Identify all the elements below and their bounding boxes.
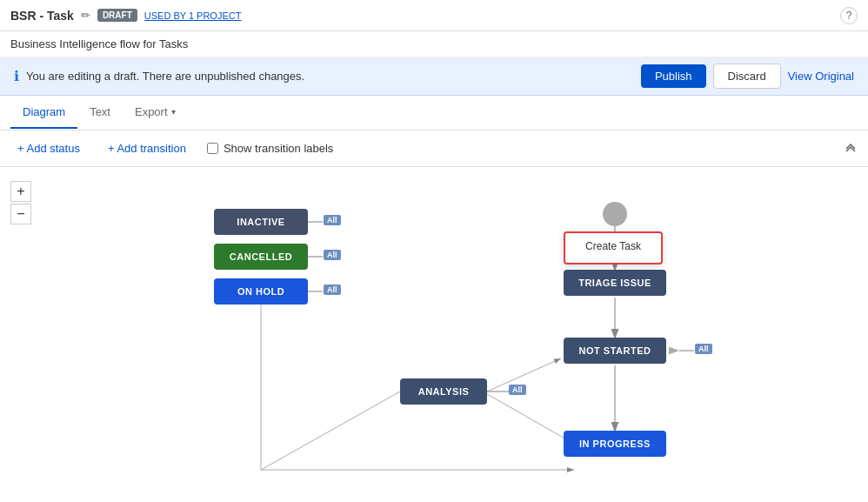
tab-export-label: Export	[135, 105, 168, 118]
show-labels-label[interactable]: Show transition labels	[224, 142, 333, 155]
node-in-progress[interactable]: IN PROGRESS	[564, 431, 666, 457]
draft-badge: DRAFT	[97, 9, 137, 22]
toolbar: + Add status + Add transition Show trans…	[0, 131, 868, 167]
node-on-hold[interactable]: ON HOLD	[214, 278, 308, 305]
zoom-in-button[interactable]: +	[10, 181, 31, 202]
svg-line-13	[483, 392, 574, 444]
used-by-link[interactable]: USED BY 1 PROJECT	[144, 10, 242, 21]
collapse-button[interactable]	[844, 140, 858, 157]
subtitle-text: Business Intelligence flow for Tasks	[10, 37, 188, 50]
discard-button[interactable]: Discard	[713, 64, 781, 89]
create-task-popup[interactable]: Create Task	[564, 231, 663, 264]
node-inactive[interactable]: INACTIVE	[214, 209, 308, 235]
top-bar: BSR - Task ✏ DRAFT USED BY 1 PROJECT ?	[0, 0, 868, 31]
subtitle: Business Intelligence flow for Tasks	[0, 31, 868, 57]
pencil-icon[interactable]: ✏	[81, 9, 90, 22]
view-original-link[interactable]: View Original	[788, 70, 854, 83]
add-status-button[interactable]: + Add status	[10, 138, 87, 158]
start-node	[603, 202, 627, 226]
all-badge-cancelled: All	[324, 250, 341, 260]
diagram-area[interactable]: + − Create Task INACTIVE All CANCELLED A…	[0, 167, 868, 502]
all-badge-not-started: All	[695, 344, 712, 354]
notif-actions: Publish Discard View Original	[641, 64, 854, 89]
notif-text: You are editing a draft. There are unpub…	[26, 70, 304, 83]
node-cancelled[interactable]: CANCELLED	[214, 244, 308, 270]
show-labels-checkbox[interactable]	[207, 143, 218, 154]
add-transition-button[interactable]: + Add transition	[101, 138, 193, 158]
tab-export[interactable]: Export ▾	[123, 97, 188, 129]
help-icon[interactable]: ?	[840, 7, 858, 24]
page-title: BSR - Task	[10, 9, 74, 23]
arrows-svg	[0, 167, 868, 502]
publish-button[interactable]: Publish	[641, 64, 706, 88]
all-badge-inactive: All	[324, 215, 341, 225]
tab-diagram[interactable]: Diagram	[10, 97, 77, 129]
node-analysis[interactable]: ANALYSIS	[400, 378, 487, 405]
info-icon: ℹ	[14, 68, 19, 84]
all-badge-on-hold: All	[324, 284, 341, 295]
collapse-icon	[844, 140, 858, 154]
create-task-label: Create Task	[585, 240, 641, 252]
node-triage-issue[interactable]: TRIAGE ISSUE	[564, 270, 666, 296]
top-bar-left: BSR - Task ✏ DRAFT USED BY 1 PROJECT	[10, 9, 241, 23]
zoom-controls: + −	[10, 181, 31, 224]
all-badge-analysis: All	[509, 385, 526, 395]
notif-message: ℹ You are editing a draft. There are unp…	[14, 68, 304, 84]
tab-text[interactable]: Text	[77, 97, 123, 129]
node-not-started[interactable]: NOT STARTED	[564, 338, 666, 364]
chevron-down-icon: ▾	[171, 107, 176, 117]
notification-bar: ℹ You are editing a draft. There are unp…	[0, 57, 868, 96]
tab-bar: Diagram Text Export ▾	[0, 96, 868, 131]
svg-line-14	[261, 392, 400, 470]
show-labels-container[interactable]: Show transition labels	[207, 142, 333, 155]
zoom-out-button[interactable]: −	[10, 204, 31, 224]
